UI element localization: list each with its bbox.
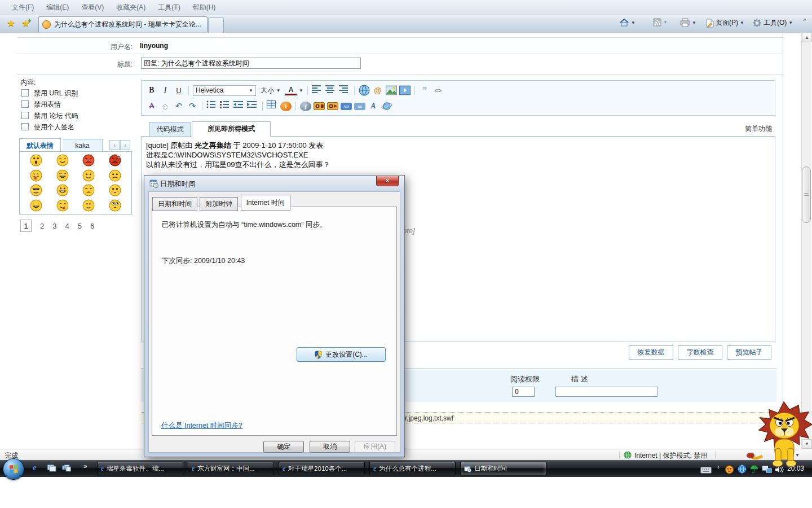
add-favorite-icon[interactable]: ★＋ (21, 17, 30, 29)
media-ra-icon[interactable]: ra (354, 103, 365, 110)
emoticon-toolbar-icon[interactable]: ☺ (160, 100, 171, 112)
font-color-icon[interactable]: A (285, 85, 297, 95)
simple-mode-link[interactable]: 简单功能 (745, 124, 772, 134)
smiley-shy-icon[interactable] (82, 199, 95, 212)
font-size-select[interactable]: 大小 ▼ (258, 85, 283, 96)
home-button[interactable]: ▼ (619, 18, 636, 27)
align-center-icon[interactable] (325, 85, 337, 96)
page-dropdown-arrow[interactable]: ▼ (740, 20, 744, 25)
smiley-cry-icon[interactable] (82, 184, 95, 196)
media-rm-icon[interactable]: rm (341, 103, 352, 110)
font-color-dropdown[interactable]: ▼ (299, 88, 303, 93)
title-input[interactable] (141, 58, 361, 69)
home-dropdown-arrow[interactable]: ▼ (631, 20, 636, 25)
smiley-blush-icon[interactable] (109, 184, 121, 196)
page-2[interactable]: 2 (40, 222, 44, 230)
smiley-love-icon[interactable] (30, 199, 42, 212)
tab-date-time[interactable]: 日期和时间 (152, 197, 197, 211)
tab-internet-time[interactable]: Internet 时间 (241, 195, 290, 211)
menu-file[interactable]: 文件(F) (6, 1, 40, 14)
apply-button[interactable]: 应用(A) (355, 441, 395, 453)
smiley-rolleyes-icon[interactable] (109, 199, 121, 212)
print-dropdown-arrow[interactable]: ▼ (692, 20, 696, 25)
feeds-button[interactable]: ▼ (653, 18, 668, 27)
change-settings-button[interactable]: 更改设置(C)... (297, 347, 386, 362)
window-switcher-icon[interactable] (62, 465, 71, 472)
option-bbcode[interactable]: 禁用 论坛 代码 (21, 112, 73, 122)
commandbar-overflow-chevron[interactable]: » (803, 16, 806, 23)
italic-icon[interactable]: I (160, 85, 171, 96)
page-6[interactable]: 6 (90, 222, 94, 230)
taskbar-window-5[interactable]: 日期和时间 (460, 462, 546, 475)
checkbox-use-signature[interactable] (21, 123, 29, 130)
ok-button[interactable]: 确定 (263, 441, 304, 453)
feeds-dropdown-arrow[interactable]: ▼ (663, 20, 668, 25)
indent-icon[interactable] (247, 100, 258, 112)
internet-time-help-link[interactable]: 什么是 Internet 时间同步? (161, 421, 242, 431)
checkbox-disable-url[interactable] (21, 89, 29, 97)
browser-tab[interactable]: 为什么总有个进程改系统时间 - 瑞星卡卡安全论... (38, 16, 208, 32)
align-right-icon[interactable] (339, 85, 350, 96)
insert-code-icon[interactable]: <> (433, 85, 444, 96)
insert-email-icon[interactable]: @ (372, 85, 383, 96)
option-url[interactable]: 禁用 URL 识别 (21, 89, 73, 99)
remove-format-icon[interactable]: A (146, 100, 157, 112)
ordered-list-icon[interactable]: 1 (206, 100, 218, 112)
word-count-button[interactable]: 字数检查 (678, 345, 722, 360)
menu-view[interactable]: 查看(V) (75, 1, 110, 14)
quicklaunch-ie-icon[interactable]: e (33, 463, 37, 472)
checkbox-disable-bbcode[interactable] (21, 112, 29, 119)
option-smilies[interactable]: 禁用表情 (21, 100, 56, 111)
taskbar-window-3[interactable]: e对于瑞星2010各个... (279, 462, 365, 475)
emoticon-next-button[interactable]: › (120, 140, 130, 150)
media-wmv-icon[interactable] (314, 100, 325, 112)
insert-table-icon[interactable] (267, 100, 278, 112)
option-signature[interactable]: 使用个人签名 (21, 123, 69, 133)
tab-additional-clocks[interactable]: 附加时钟 (200, 197, 238, 211)
preview-post-button[interactable]: 预览帖子 (727, 345, 771, 360)
insert-image-icon[interactable] (386, 85, 397, 96)
smiley-angry-red-icon[interactable] (82, 154, 95, 167)
smiley-tongue-icon[interactable] (30, 169, 42, 182)
dialog-close-button[interactable]: ✕ (376, 176, 399, 186)
smiley-furious-red-icon[interactable] (109, 154, 121, 167)
page-4[interactable]: 4 (65, 222, 69, 230)
start-button[interactable] (3, 458, 24, 480)
new-tab-button[interactable] (208, 17, 224, 33)
input-language-icon[interactable] (700, 465, 712, 476)
insert-media-icon[interactable] (399, 85, 411, 96)
info-icon[interactable]: i (280, 102, 292, 111)
show-desktop-icon[interactable] (47, 465, 56, 472)
font-style-icon[interactable]: A (368, 100, 379, 112)
tab-wysiwyg-mode[interactable]: 所见即所得模式 (192, 121, 271, 137)
tools-button[interactable]: 工具(O) ▼ (752, 18, 793, 28)
checkbox-disable-smilies[interactable] (21, 100, 29, 108)
menu-favorites[interactable]: 收藏夹(A) (110, 1, 152, 14)
menu-tools[interactable]: 工具(T) (152, 1, 186, 14)
kaka-tray-icon[interactable] (725, 464, 734, 475)
page-5[interactable]: 5 (78, 222, 82, 230)
restore-data-button[interactable]: 恢复数据 (629, 345, 673, 360)
smiley-sad-icon[interactable] (109, 169, 121, 182)
tab-code-mode[interactable]: 代码模式 (149, 122, 191, 136)
tools-dropdown-arrow[interactable]: ▼ (788, 20, 793, 25)
align-left-icon[interactable] (312, 85, 323, 96)
scroll-up-button[interactable]: ▲ (802, 33, 812, 42)
tray-expand-chevron[interactable]: ‹ (717, 463, 720, 470)
menu-edit[interactable]: 编辑(E) (40, 1, 75, 14)
smiley-grin-icon[interactable] (56, 154, 69, 167)
page-1[interactable]: 1 (20, 220, 32, 232)
media-avi-icon[interactable] (327, 100, 338, 112)
cancel-button[interactable]: 取消 (310, 441, 350, 453)
undo-icon[interactable]: ↶ (173, 100, 184, 112)
favorites-star-icon[interactable]: ★ (7, 17, 15, 29)
insert-link-icon[interactable] (359, 85, 370, 96)
scrollbar-thumb[interactable] (802, 167, 811, 223)
print-button[interactable]: ▼ (680, 18, 696, 27)
page-button[interactable]: 页面(P) ▼ (706, 18, 744, 28)
taskbar-window-4[interactable]: e为什么总有个进程... (369, 462, 456, 475)
smiley-cool-icon[interactable] (30, 184, 42, 196)
flash-icon[interactable]: f (300, 102, 311, 111)
page-3[interactable]: 3 (52, 222, 56, 230)
planet-icon[interactable] (381, 100, 392, 112)
